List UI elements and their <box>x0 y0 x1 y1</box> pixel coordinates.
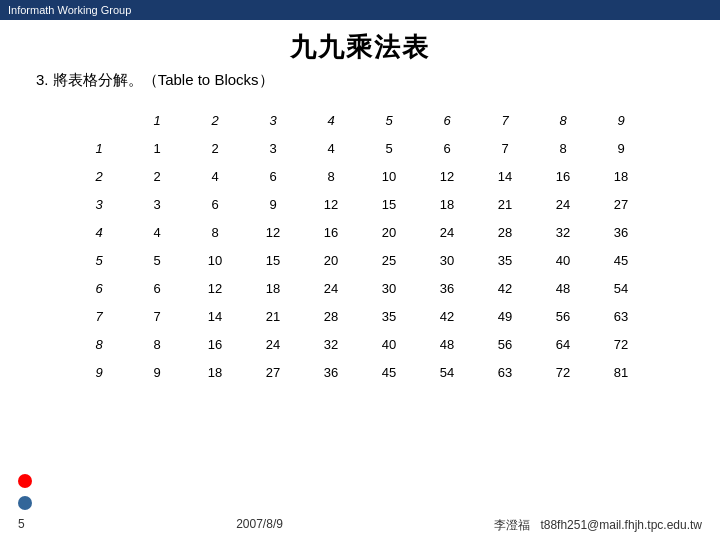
table-cell-0-6: 6 <box>418 134 476 162</box>
table-cell-0-0: 1 <box>70 134 128 162</box>
table-cell-4-4: 20 <box>302 246 360 274</box>
table-cell-6-9: 63 <box>592 302 650 330</box>
table-header-7: 7 <box>476 106 534 134</box>
header-bar: Informath Working Group <box>0 0 720 20</box>
table-header-4: 4 <box>302 106 360 134</box>
table-cell-3-4: 16 <box>302 218 360 246</box>
table-row: 881624324048566472 <box>70 330 650 358</box>
page-number: 5 <box>18 517 25 534</box>
table-cell-4-5: 25 <box>360 246 418 274</box>
table-cell-0-2: 2 <box>186 134 244 162</box>
table-cell-4-3: 15 <box>244 246 302 274</box>
table-cell-2-6: 18 <box>418 190 476 218</box>
table-cell-8-2: 18 <box>186 358 244 386</box>
table-cell-7-2: 16 <box>186 330 244 358</box>
table-cell-8-0: 9 <box>70 358 128 386</box>
table-cell-3-0: 4 <box>70 218 128 246</box>
footer-right: 李澄福 t88fh251@mail.fhjh.tpc.edu.tw <box>494 517 702 534</box>
red-dot-indicator <box>18 474 32 488</box>
multiplication-table-container: 1234567891123456789224681012141618336912… <box>70 106 650 386</box>
table-header-9: 9 <box>592 106 650 134</box>
table-cell-1-1: 2 <box>128 162 186 190</box>
table-cell-1-8: 16 <box>534 162 592 190</box>
page-title: 九九乘法表 <box>0 30 720 65</box>
table-cell-4-6: 30 <box>418 246 476 274</box>
table-cell-1-9: 18 <box>592 162 650 190</box>
table-cell-4-0: 5 <box>70 246 128 274</box>
table-cell-7-6: 48 <box>418 330 476 358</box>
table-cell-0-9: 9 <box>592 134 650 162</box>
table-cell-3-1: 4 <box>128 218 186 246</box>
table-cell-1-4: 8 <box>302 162 360 190</box>
table-cell-6-2: 14 <box>186 302 244 330</box>
table-cell-2-8: 24 <box>534 190 592 218</box>
table-cell-1-6: 12 <box>418 162 476 190</box>
table-cell-6-0: 7 <box>70 302 128 330</box>
table-cell-5-9: 54 <box>592 274 650 302</box>
table-cell-2-2: 6 <box>186 190 244 218</box>
table-row: 661218243036424854 <box>70 274 650 302</box>
blue-dot-indicator <box>18 496 32 510</box>
table-cell-6-8: 56 <box>534 302 592 330</box>
table-cell-6-3: 21 <box>244 302 302 330</box>
table-cell-1-7: 14 <box>476 162 534 190</box>
table-row: 3369121518212427 <box>70 190 650 218</box>
table-row: 771421283542495663 <box>70 302 650 330</box>
header-label: Informath Working Group <box>8 4 131 16</box>
table-cell-5-8: 48 <box>534 274 592 302</box>
table-cell-4-7: 35 <box>476 246 534 274</box>
table-cell-6-1: 7 <box>128 302 186 330</box>
table-cell-1-0: 2 <box>70 162 128 190</box>
subtitle: 3. 將表格分解。（Table to Blocks） <box>36 71 720 90</box>
table-cell-4-9: 45 <box>592 246 650 274</box>
footer-date: 2007/8/9 <box>236 517 283 534</box>
table-cell-8-3: 27 <box>244 358 302 386</box>
table-cell-8-7: 63 <box>476 358 534 386</box>
table-cell-8-9: 81 <box>592 358 650 386</box>
table-cell-5-0: 6 <box>70 274 128 302</box>
table-cell-0-3: 3 <box>244 134 302 162</box>
table-cell-5-3: 18 <box>244 274 302 302</box>
table-cell-2-5: 15 <box>360 190 418 218</box>
table-cell-3-3: 12 <box>244 218 302 246</box>
table-cell-4-2: 10 <box>186 246 244 274</box>
table-cell-1-3: 6 <box>244 162 302 190</box>
table-cell-4-1: 5 <box>128 246 186 274</box>
table-cell-1-2: 4 <box>186 162 244 190</box>
table-cell-2-3: 9 <box>244 190 302 218</box>
table-cell-6-6: 42 <box>418 302 476 330</box>
table-row: 224681012141618 <box>70 162 650 190</box>
table-cell-0-7: 7 <box>476 134 534 162</box>
table-row: 1123456789 <box>70 134 650 162</box>
table-header-6: 6 <box>418 106 476 134</box>
table-cell-8-4: 36 <box>302 358 360 386</box>
table-header-0 <box>70 106 128 134</box>
table-row: 44812162024283236 <box>70 218 650 246</box>
table-header-8: 8 <box>534 106 592 134</box>
table-cell-5-1: 6 <box>128 274 186 302</box>
table-cell-3-6: 24 <box>418 218 476 246</box>
table-cell-5-6: 36 <box>418 274 476 302</box>
table-cell-7-7: 56 <box>476 330 534 358</box>
table-cell-5-7: 42 <box>476 274 534 302</box>
table-cell-7-4: 32 <box>302 330 360 358</box>
table-cell-1-5: 10 <box>360 162 418 190</box>
table-cell-2-1: 3 <box>128 190 186 218</box>
table-cell-7-5: 40 <box>360 330 418 358</box>
footer-author: 李澄福 <box>494 518 530 532</box>
table-cell-7-3: 24 <box>244 330 302 358</box>
table-cell-8-5: 45 <box>360 358 418 386</box>
table-cell-0-4: 4 <box>302 134 360 162</box>
table-cell-3-5: 20 <box>360 218 418 246</box>
table-cell-8-8: 72 <box>534 358 592 386</box>
table-cell-7-8: 64 <box>534 330 592 358</box>
footer: 5 2007/8/9 李澄福 t88fh251@mail.fhjh.tpc.ed… <box>0 517 720 534</box>
table-cell-2-9: 27 <box>592 190 650 218</box>
table-cell-0-5: 5 <box>360 134 418 162</box>
table-cell-3-2: 8 <box>186 218 244 246</box>
table-cell-3-8: 32 <box>534 218 592 246</box>
table-row: 991827364554637281 <box>70 358 650 386</box>
table-cell-6-5: 35 <box>360 302 418 330</box>
table-cell-6-7: 49 <box>476 302 534 330</box>
table-cell-7-1: 8 <box>128 330 186 358</box>
